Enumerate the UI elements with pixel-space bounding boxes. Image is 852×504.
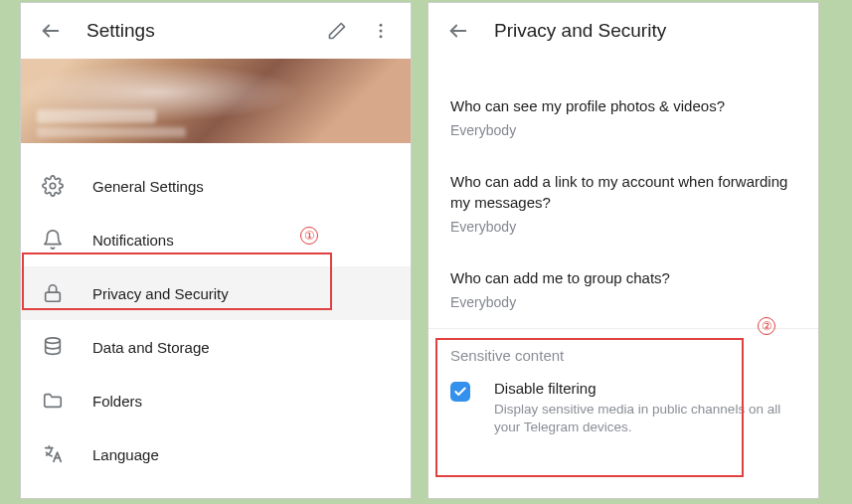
- back-arrow-icon[interactable]: [39, 19, 63, 43]
- sensitive-content-header: Sensitive content: [428, 329, 818, 370]
- menu-label: General Settings: [92, 178, 204, 195]
- privacy-panel: Privacy and Security Who can see my prof…: [427, 2, 819, 499]
- menu-privacy-security[interactable]: Privacy and Security: [21, 266, 411, 320]
- profile-name-blurred: [37, 109, 156, 123]
- privacy-item-title: Who can add a link to my account when fo…: [450, 172, 796, 213]
- svg-point-4: [50, 183, 56, 189]
- settings-header: Settings: [21, 3, 411, 59]
- svg-point-2: [380, 30, 383, 33]
- disable-filtering-title: Disable filtering: [494, 380, 796, 397]
- menu-label: Notifications: [92, 232, 174, 249]
- settings-title: Settings: [86, 20, 301, 42]
- privacy-item-value: Everybody: [450, 219, 796, 235]
- svg-point-1: [380, 24, 383, 27]
- profile-status-blurred: [37, 127, 186, 137]
- privacy-item-profile-photos[interactable]: Who can see my profile photos & videos? …: [428, 81, 818, 156]
- database-icon: [41, 335, 65, 359]
- menu-label: Language: [92, 446, 159, 463]
- menu-general-settings[interactable]: General Settings: [21, 159, 411, 213]
- disable-filtering-row[interactable]: Disable filtering Display sensitive medi…: [428, 370, 818, 458]
- svg-point-3: [380, 35, 383, 38]
- bell-icon: [41, 228, 65, 252]
- menu-language[interactable]: Language: [21, 427, 411, 481]
- privacy-item-title: Who can add me to group chats?: [450, 268, 796, 288]
- menu-data-storage[interactable]: Data and Storage: [21, 320, 411, 374]
- menu-label: Data and Storage: [92, 339, 210, 356]
- privacy-header: Privacy and Security: [428, 3, 818, 59]
- lock-icon: [41, 281, 65, 305]
- edit-pencil-icon[interactable]: [325, 19, 349, 43]
- disable-filtering-desc: Display sensitive media in public channe…: [494, 401, 796, 436]
- more-vertical-icon[interactable]: [369, 19, 393, 43]
- privacy-item-group-chats[interactable]: Who can add me to group chats? Everybody: [428, 252, 818, 329]
- back-arrow-icon[interactable]: [446, 19, 470, 43]
- privacy-item-value: Everybody: [450, 122, 796, 138]
- menu-folders[interactable]: Folders: [21, 374, 411, 427]
- privacy-item-value: Everybody: [450, 294, 796, 310]
- profile-header-image[interactable]: [21, 59, 411, 143]
- svg-rect-5: [46, 292, 61, 301]
- svg-point-6: [46, 338, 61, 344]
- privacy-item-forward-link[interactable]: Who can add a link to my account when fo…: [428, 156, 818, 252]
- checkbox-checked-icon[interactable]: [450, 382, 470, 402]
- menu-label: Privacy and Security: [92, 285, 229, 302]
- menu-label: Folders: [92, 393, 142, 410]
- privacy-title: Privacy and Security: [494, 20, 800, 42]
- folder-icon: [41, 389, 65, 413]
- language-icon: [41, 442, 65, 466]
- privacy-item-title: Who can see my profile photos & videos?: [450, 96, 796, 116]
- settings-panel: Settings General Settings Notifications: [20, 2, 412, 499]
- menu-notifications[interactable]: Notifications: [21, 213, 411, 266]
- gear-icon: [41, 174, 65, 198]
